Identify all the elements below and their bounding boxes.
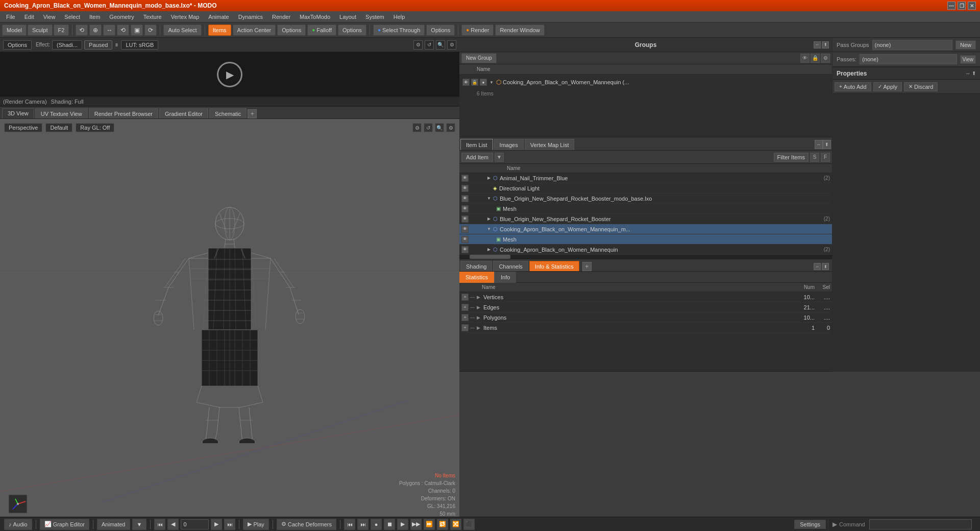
menu-animate[interactable]: Animate [204, 13, 233, 21]
tool-icon-1[interactable]: ⟲ [76, 25, 88, 36]
il-eye-2[interactable]: 👁 [461, 195, 469, 202]
menu-select[interactable]: Select [60, 13, 84, 21]
sculpt-mode-button[interactable]: Sculpt [28, 25, 53, 36]
preview-options-button[interactable]: Options [3, 40, 32, 50]
status-badge[interactable]: Paused [84, 40, 112, 50]
shading-expand-button[interactable]: ↔ [814, 263, 821, 270]
add-item-button[interactable]: Add Item [461, 153, 493, 162]
new-pass-button[interactable]: View [960, 55, 976, 64]
filter-s-button[interactable]: S [810, 153, 819, 162]
menu-render[interactable]: Render [268, 13, 295, 21]
itemlist-popout-button[interactable]: ⬆ [823, 140, 831, 149]
stats-add-polygons[interactable]: + [461, 314, 469, 321]
f2-button[interactable]: F2 [54, 25, 69, 36]
auto-add-button[interactable]: + Auto Add [835, 82, 871, 91]
il-eye-7[interactable]: 👁 [461, 246, 469, 253]
new-group-button[interactable]: New Group [461, 53, 497, 63]
tool-icon-6[interactable]: ⟳ [144, 25, 157, 36]
groups-icon-3[interactable]: ⚙ [821, 54, 830, 63]
media-btn-10[interactable]: ⬛ [463, 519, 475, 530]
viewport-icon-zoom[interactable]: 🔍 [435, 123, 444, 132]
model-mode-button[interactable]: Model [2, 25, 27, 36]
media-btn-4[interactable]: ◼ [384, 519, 395, 530]
prev-frame-button[interactable]: ◀ [167, 519, 179, 530]
filter-items-button[interactable]: Filter Items [774, 153, 808, 162]
media-btn-6[interactable]: ▶▶ [410, 519, 422, 530]
groups-icon-1[interactable]: 👁 [800, 54, 810, 63]
il-eye-1[interactable]: 👁 [461, 185, 469, 192]
tab-vertex-map-list[interactable]: Vertex Map List [525, 139, 575, 150]
maximize-button[interactable]: ❐ [958, 2, 966, 10]
tab-schematic[interactable]: Schematic [209, 108, 247, 118]
groups-lock-icon[interactable]: 🔓 [471, 79, 478, 86]
items-button[interactable]: Items [208, 25, 231, 36]
select-through-options-button[interactable]: Options [426, 25, 455, 36]
graph-editor-button[interactable]: 📈 Graph Editor [40, 519, 89, 530]
viewport-icon-settings[interactable]: ⚙ [446, 123, 455, 132]
apply-button[interactable]: ✓ Apply [873, 82, 902, 91]
auto-select-button[interactable]: Auto Select [163, 25, 201, 36]
menu-file[interactable]: File [2, 13, 19, 21]
render-window-button[interactable]: Render Window [495, 25, 544, 36]
tab-channels[interactable]: Channels [493, 261, 528, 271]
stats-add-items[interactable]: + [461, 324, 469, 331]
shading-popout-button[interactable]: ⬆ [822, 263, 829, 270]
select-through-button[interactable]: Select Through [373, 25, 425, 36]
raygl-toggle[interactable]: Ray GL: Off [76, 123, 114, 132]
il-eye-6[interactable]: 👁 [461, 236, 469, 243]
properties-expand-icon[interactable]: ↔ ⬆ [965, 70, 976, 76]
il-row-3[interactable]: 👁 ▣ Mesh [459, 204, 832, 214]
groups-vis-icon[interactable]: ● [480, 79, 487, 86]
animated-button[interactable]: Animated [97, 519, 130, 530]
media-btn-8[interactable]: 🔁 [437, 519, 448, 530]
tab-item-list[interactable]: Item List [460, 139, 493, 150]
falloff-options-button[interactable]: Options [338, 25, 366, 36]
frame-input[interactable] [181, 519, 209, 529]
animated-dropdown[interactable]: ▼ [132, 519, 147, 530]
command-input[interactable] [869, 519, 972, 529]
menu-maxtomod[interactable]: MaxToModo [296, 13, 334, 21]
new-pass-group-button[interactable]: New [955, 40, 976, 50]
play-button[interactable]: ▶ Play [243, 519, 268, 530]
menu-edit[interactable]: Edit [20, 13, 38, 21]
stats-add-vertices[interactable]: + [461, 294, 469, 301]
menu-geometry[interactable]: Geometry [105, 13, 138, 21]
settings-button[interactable]: Settings [794, 520, 826, 529]
il-row-0[interactable]: 👁 ▶ ⬡ Animal_Nail_Trimmer_Blue (2) [459, 173, 832, 183]
tab-render-preset-browser[interactable]: Render Preset Browser [89, 108, 158, 118]
skip-end-button[interactable]: ⏭ [224, 519, 235, 530]
viewport-3d[interactable]: Perspective Default Ray GL: Off ⚙ ↺ 🔍 ⚙ … [0, 119, 459, 522]
tab-3d-view[interactable]: 3D View [2, 108, 34, 118]
groups-eye-icon[interactable]: 👁 [462, 79, 470, 86]
il-row-7[interactable]: 👁 ▶ ⬡ Cooking_Apron_Black_on_Women_Manne… [459, 245, 832, 255]
menu-view[interactable]: View [39, 13, 60, 21]
tab-shading[interactable]: Shading [460, 261, 492, 271]
il-eye-3[interactable]: 👁 [461, 205, 469, 212]
il-row-5[interactable]: 👁 ▼ ⬡ Cooking_Apron_Black_on_Women_Manne… [459, 224, 832, 234]
il-row-1[interactable]: 👁 ◈ Directional Light [459, 183, 832, 194]
info-button[interactable]: Info [494, 272, 516, 283]
preview-icon-2[interactable]: ↺ [425, 40, 434, 50]
stats-add-edges[interactable]: + [461, 304, 469, 311]
render-camera-dropdown[interactable]: (Render Camera) [3, 99, 47, 105]
effect-dropdown[interactable]: (Shadi... [52, 40, 82, 50]
groups-item-row[interactable]: 👁 🔓 ● ▼ ⬡ Cooking_Apron_Black_on_Women_M… [461, 77, 830, 88]
preview-icon-1[interactable]: ⚙ [413, 40, 423, 50]
itemlist-expand-button[interactable]: ↔ [815, 140, 823, 149]
tool-icon-3[interactable]: ↔ [103, 25, 115, 36]
cache-deformers-button[interactable]: ⚙ Cache Deformers [277, 519, 336, 530]
default-dropdown[interactable]: Default [45, 123, 72, 132]
filter-f-button[interactable]: F [821, 153, 830, 162]
media-btn-2[interactable]: ⏭ [357, 519, 369, 530]
perspective-dropdown[interactable]: Perspective [4, 123, 42, 132]
menu-vertex-map[interactable]: Vertex Map [167, 13, 204, 21]
action-center-button[interactable]: Action Center [233, 25, 276, 36]
il-eye-5[interactable]: 👁 [461, 226, 469, 233]
tab-images[interactable]: Images [494, 139, 524, 150]
discard-button[interactable]: ✕ Discard [904, 82, 938, 91]
groups-icon-2[interactable]: 🔒 [811, 54, 820, 63]
menu-help[interactable]: Help [389, 13, 409, 21]
action-center-options-button[interactable]: Options [277, 25, 306, 36]
close-button[interactable]: ✕ [968, 2, 976, 10]
media-btn-5[interactable]: ▶ [397, 519, 408, 530]
